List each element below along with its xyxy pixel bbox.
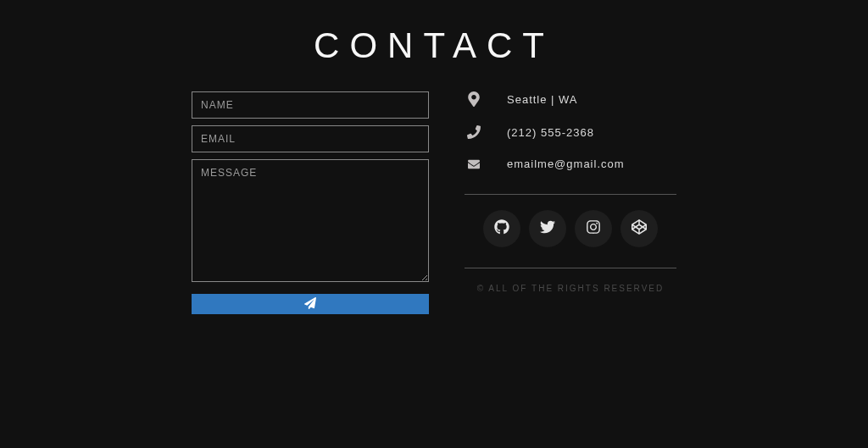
email-field[interactable] — [192, 125, 429, 152]
social-links — [465, 210, 676, 247]
envelope-icon — [465, 158, 483, 170]
separator-bottom — [465, 268, 676, 268]
name-field[interactable] — [192, 91, 429, 119]
map-marker-icon — [465, 91, 483, 107]
twitter-icon — [540, 219, 555, 238]
location-text: Seattle | WA — [507, 93, 578, 106]
content-wrapper: Seattle | WA (212) 555-2368 emailme@gmai… — [0, 91, 868, 314]
instagram-icon — [586, 219, 601, 238]
codepen-link[interactable] — [620, 210, 658, 247]
twitter-link[interactable] — [529, 210, 566, 247]
codepen-icon — [632, 219, 647, 238]
copyright-text: © ALL OF THE RIGHTS RESERVED — [465, 284, 676, 293]
instagram-link[interactable] — [575, 210, 612, 247]
submit-button[interactable] — [192, 294, 429, 314]
paper-plane-icon — [304, 297, 316, 312]
phone-text: (212) 555-2368 — [507, 126, 594, 139]
message-field[interactable] — [192, 159, 429, 282]
contact-info: Seattle | WA (212) 555-2368 emailme@gmai… — [465, 91, 676, 314]
phone-icon — [465, 125, 483, 139]
github-link[interactable] — [483, 210, 520, 247]
contact-form — [192, 91, 429, 314]
info-location: Seattle | WA — [465, 91, 676, 107]
email-text: emailme@gmail.com — [507, 158, 625, 170]
github-icon — [494, 219, 509, 238]
separator-top — [465, 194, 676, 195]
info-email: emailme@gmail.com — [465, 158, 676, 170]
page-title: CONTACT — [0, 0, 868, 91]
info-phone: (212) 555-2368 — [465, 125, 676, 139]
